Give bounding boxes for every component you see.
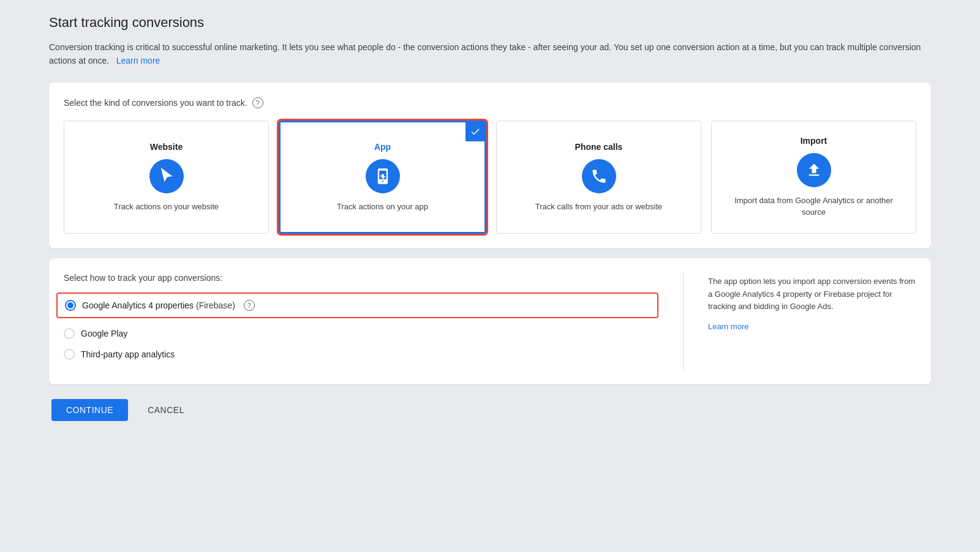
phone-icon — [590, 168, 608, 185]
conversion-card-website-desc: Track actions on your website — [114, 201, 219, 213]
import-icon-circle — [797, 153, 831, 187]
radio-option-ga4[interactable]: Google Analytics 4 properties (Firebase)… — [56, 293, 658, 318]
conversion-card-import-desc: Import data from Google Analytics or ano… — [722, 195, 906, 218]
page-container: Start tracking conversions Conversion tr… — [49, 15, 931, 421]
continue-button[interactable]: CONTINUE — [51, 399, 128, 421]
radio-option-google-play[interactable]: Google Play — [64, 328, 658, 339]
radio-third-party-label: Third-party app analytics — [81, 349, 175, 359]
conversion-card-phone-title: Phone calls — [575, 142, 623, 152]
track-info-text: The app option lets you import app conve… — [708, 277, 915, 311]
conversion-card-phone-desc: Track calls from your ads or website — [535, 201, 663, 213]
track-info: The app option lets you import app conve… — [708, 273, 916, 370]
conversion-card-app-desc: Track actions on your app — [337, 201, 428, 213]
phone-icon-circle — [582, 159, 616, 193]
vertical-divider — [683, 273, 684, 370]
selected-check-badge — [466, 122, 485, 141]
conversion-card-import-title: Import — [801, 136, 827, 146]
track-section: Select how to track your app conversions… — [64, 273, 916, 370]
conversion-card-website-title: Website — [150, 142, 183, 152]
conversion-card-import[interactable]: Import Import data from Google Analytics… — [711, 121, 916, 234]
conversion-card-phone[interactable]: Phone calls Track calls from your ads or… — [496, 121, 701, 234]
conversion-type-text: Select the kind of conversions you want … — [64, 98, 247, 108]
radio-google-play-label: Google Play — [81, 329, 127, 338]
learn-more-link-1[interactable]: Learn more — [116, 56, 160, 65]
app-tracking-card: Select how to track your app conversions… — [49, 258, 931, 384]
conversion-help-icon[interactable]: ? — [252, 97, 263, 108]
conversion-type-card: Select the kind of conversions you want … — [49, 83, 931, 248]
cursor-icon — [158, 168, 175, 185]
learn-more-link-2[interactable]: Learn more — [708, 321, 916, 334]
conversion-card-website[interactable]: Website Track actions on your website — [64, 121, 269, 234]
app-icon-circle — [366, 159, 400, 193]
footer-actions: CONTINUE CANCEL — [49, 399, 931, 421]
conversion-card-app-title: App — [374, 142, 391, 152]
track-options: Select how to track your app conversions… — [64, 273, 658, 370]
cancel-button[interactable]: CANCEL — [138, 399, 194, 421]
website-icon-circle — [149, 159, 184, 193]
radio-ga4-label: Google Analytics 4 properties (Firebase) — [82, 300, 235, 310]
checkmark-icon — [470, 126, 481, 137]
firebase-label: (Firebase) — [196, 300, 235, 310]
conversion-type-label: Select the kind of conversions you want … — [64, 97, 916, 108]
intro-body: Conversion tracking is critical to succe… — [49, 42, 921, 65]
ga4-help-icon[interactable]: ? — [244, 300, 255, 311]
radio-option-third-party[interactable]: Third-party app analytics — [64, 349, 658, 360]
intro-text: Conversion tracking is critical to succe… — [49, 40, 931, 68]
page-title: Start tracking conversions — [49, 15, 931, 31]
radio-google-play-input[interactable] — [64, 328, 75, 339]
upload-icon — [805, 162, 823, 179]
radio-third-party-input[interactable] — [64, 349, 75, 360]
radio-ga4-input[interactable] — [65, 300, 76, 311]
track-label: Select how to track your app conversions… — [64, 273, 658, 283]
conversion-card-app[interactable]: App Track actions on your app — [279, 121, 486, 234]
conversion-options: Website Track actions on your website Ap… — [64, 121, 916, 234]
phone-download-icon — [374, 168, 391, 185]
